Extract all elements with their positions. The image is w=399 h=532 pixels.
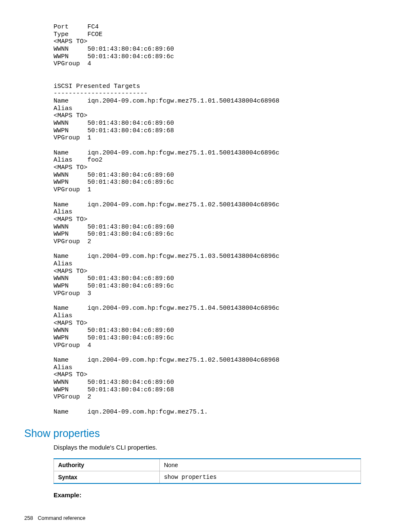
page-number: 258	[24, 515, 33, 521]
page-footer: 258 Command reference	[24, 515, 361, 521]
section-heading-show-properties: Show properties	[24, 427, 361, 439]
table-row: Authority None	[54, 459, 361, 471]
chapter-name: Command reference	[38, 515, 85, 521]
example-label: Example:	[54, 491, 361, 499]
properties-table: Authority None Syntax show properties	[54, 458, 361, 484]
syntax-value: show properties	[160, 471, 361, 484]
syntax-label: Syntax	[54, 471, 160, 484]
authority-value: None	[160, 459, 361, 471]
table-row: Syntax show properties	[54, 471, 361, 484]
section-description: Displays the module's CLI properties.	[54, 444, 361, 451]
cli-output-block: Port FC4 Type FCOE <MAPS TO> WWNN 50:01:…	[54, 23, 361, 416]
authority-label: Authority	[54, 459, 160, 471]
